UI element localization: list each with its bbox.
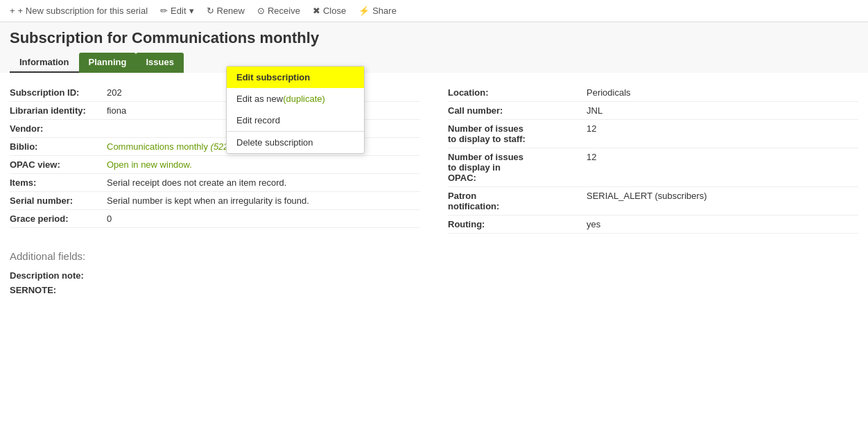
- label-items: Items:: [10, 177, 107, 188]
- row-items: Items: Serial receipt does not create an…: [10, 174, 420, 192]
- main-content: Edit subscription Edit as new (duplicate…: [0, 73, 868, 311]
- tabs: Information Planning Issues: [10, 53, 858, 73]
- row-routing: Routing: yes: [448, 216, 858, 234]
- receive-icon: ⊙: [257, 6, 265, 16]
- label-location: Location:: [448, 87, 587, 98]
- pencil-icon: ✏: [160, 6, 168, 16]
- dropdown-edit-as-new[interactable]: Edit as new (duplicate): [227, 88, 364, 110]
- value-patron-notification: SERIAL_ALERT (subscribers): [587, 191, 858, 201]
- description-note-label: Description note:: [10, 270, 858, 281]
- value-grace-period: 0: [107, 213, 420, 224]
- row-issues-opac: Number of issuesto display inOPAC: 12: [448, 148, 858, 187]
- value-opac-view[interactable]: Open in new window.: [107, 159, 420, 170]
- label-opac-view: OPAC view:: [10, 159, 107, 170]
- label-subscription-id: Subscription ID:: [10, 87, 107, 98]
- value-issues-opac: 12: [587, 152, 858, 162]
- receive-button[interactable]: ⊙ Receive: [257, 6, 300, 16]
- renew-button[interactable]: ↻ Renew: [207, 6, 245, 16]
- dropdown-menu: Edit subscription Edit as new (duplicate…: [226, 66, 365, 154]
- label-call-number: Call number:: [448, 105, 587, 116]
- close-icon: ✖: [313, 6, 320, 16]
- info-grid: Subscription ID: 202 Librarian identity:…: [10, 84, 858, 234]
- row-serial-number: Serial number: Serial number is kept whe…: [10, 192, 420, 210]
- value-routing: yes: [587, 219, 858, 229]
- value-issues-staff: 12: [587, 123, 858, 134]
- label-serial-number: Serial number:: [10, 195, 107, 206]
- label-vendor: Vendor:: [10, 123, 107, 134]
- info-right: Location: Periodicals Call number: JNL N…: [448, 84, 858, 234]
- value-serial-number: Serial number is kept when an irregulari…: [107, 195, 420, 206]
- new-subscription-button[interactable]: + + New subscription for this serial: [10, 6, 148, 16]
- row-call-number: Call number: JNL: [448, 102, 858, 120]
- value-location: Periodicals: [587, 87, 858, 98]
- label-librarian-identity: Librarian identity:: [10, 105, 107, 116]
- row-grace-period: Grace period: 0: [10, 210, 420, 228]
- tab-planning[interactable]: Planning: [79, 53, 137, 73]
- plus-icon: +: [10, 6, 15, 16]
- sernote-label: SERNOTE:: [10, 285, 858, 295]
- dropdown-edit-record[interactable]: Edit record: [227, 110, 364, 131]
- share-icon: ⚡: [358, 6, 370, 16]
- label-biblio: Biblio:: [10, 141, 107, 152]
- row-issues-staff: Number of issuesto display to staff: 12: [448, 120, 858, 148]
- additional-fields: Additional fields: Description note: SER…: [10, 250, 858, 295]
- value-call-number: JNL: [587, 105, 858, 116]
- page-title: Subscription for Communications monthly: [10, 29, 858, 47]
- tab-issues[interactable]: Issues: [136, 53, 183, 73]
- row-patron-notification: Patronnotification: SERIAL_ALERT (subscr…: [448, 187, 858, 216]
- dropdown-edit-subscription[interactable]: Edit subscription: [227, 67, 364, 88]
- tab-information[interactable]: Information: [10, 53, 79, 73]
- edit-dropdown-button[interactable]: ✏ Edit ▾: [160, 6, 193, 16]
- chevron-down-icon: ▾: [189, 6, 194, 16]
- close-button[interactable]: ✖ Close: [313, 6, 346, 16]
- row-location: Location: Periodicals: [448, 84, 858, 102]
- renew-icon: ↻: [207, 6, 214, 16]
- row-opac-view: OPAC view: Open in new window.: [10, 156, 420, 174]
- label-patron-notification: Patronnotification:: [448, 191, 587, 211]
- additional-fields-title: Additional fields:: [10, 250, 858, 262]
- page-header: Subscription for Communications monthly …: [0, 22, 868, 73]
- share-button[interactable]: ⚡ Share: [358, 6, 397, 16]
- label-issues-staff: Number of issuesto display to staff:: [448, 123, 587, 144]
- toolbar: + + New subscription for this serial ✏ E…: [0, 0, 868, 22]
- value-items: Serial receipt does not create an item r…: [107, 177, 420, 188]
- dropdown-delete-subscription[interactable]: Delete subscription: [227, 131, 364, 153]
- label-grace-period: Grace period:: [10, 213, 107, 224]
- label-issues-opac: Number of issuesto display inOPAC:: [448, 152, 587, 183]
- label-routing: Routing:: [448, 219, 587, 229]
